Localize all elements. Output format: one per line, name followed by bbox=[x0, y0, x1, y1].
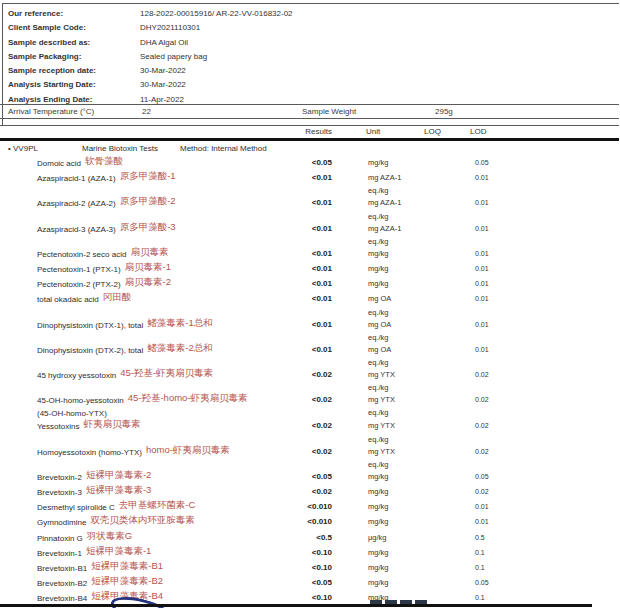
analyte-lod: 0.01 bbox=[470, 292, 520, 306]
analyte-lod: 0.01 bbox=[470, 196, 520, 210]
analyte-result: <0.05 bbox=[292, 576, 332, 590]
analyte-name-line2: (45-OH-homo-YTX) bbox=[37, 408, 292, 419]
analyte-name-cell: Pectenotoxin-2 (PTX-2)扇贝毒素-2 bbox=[37, 277, 292, 292]
analyte-name-chinese: 鳍藻毒素-2总和 bbox=[147, 342, 212, 353]
analyte-name-cell: Homoyessotoxin (homo-YTX)homo-虾夷扇贝毒素 bbox=[37, 445, 292, 460]
analyte-name-cell: Domoic acid软骨藻酸 bbox=[37, 156, 292, 171]
info-label: Analysis Starting Date: bbox=[8, 78, 140, 92]
info-row-described-as: Sample described as: DHA Algal Oil bbox=[8, 36, 614, 50]
analyte-row: Brevetoxin-2短裸甲藻毒素-2 <0.05 mg/kg 0.05 bbox=[0, 470, 620, 485]
analyte-name-chinese: 原多甲藻酸-2 bbox=[120, 195, 176, 206]
analyte-row: Azaspiracid-2 (AZA-2)原多甲藻酸-2 <0.01 mg AZ… bbox=[0, 196, 620, 221]
page-bottom-line bbox=[0, 604, 592, 607]
analyte-name-cell: Brevetoxin-2短裸甲藻毒素-2 bbox=[37, 470, 292, 485]
analyte-name-chinese: 短裸甲藻毒素-B1 bbox=[91, 560, 163, 571]
analyte-row: Dinophysistoxin (DTX-1), total鳍藻毒素-1总和 <… bbox=[0, 318, 620, 343]
analyte-name: Brevetoxin-1 bbox=[37, 549, 82, 558]
arrival-row: Arrival Temperature (°C) 22 Sample Weigh… bbox=[0, 105, 620, 118]
info-value: Sealed papery bag bbox=[140, 50, 207, 64]
analyte-name-chinese: 45-羟基-虾夷扇贝毒素 bbox=[120, 367, 213, 378]
info-label: Client Sample Code: bbox=[8, 21, 140, 35]
column-header-unit: Unit bbox=[366, 127, 380, 136]
analyte-unit: mg/kg bbox=[368, 262, 424, 276]
analyte-table: Domoic acid软骨藻酸 <0.05 mg/kg 0.05 Azaspir… bbox=[0, 156, 620, 607]
analyte-result: <0.02 bbox=[292, 419, 332, 433]
analyte-unit: mg/kg bbox=[368, 561, 424, 575]
analyte-name: Azaspiracid-1 (AZA-1) bbox=[37, 174, 116, 183]
analyte-result: <0.01 bbox=[292, 222, 332, 236]
analyte-unit: mg/kg bbox=[368, 156, 424, 170]
analyte-name: Pectenotoxin-1 (PTX-1) bbox=[37, 265, 121, 274]
analyte-name-cell: Dinophysistoxin (DTX-1), total鳍藻毒素-1总和 bbox=[37, 318, 292, 333]
analyte-result: <0.01 bbox=[292, 292, 332, 306]
analyte-name-cell: Pectenotoxin-2 seco acid扇贝毒素 bbox=[37, 247, 292, 262]
analyte-unit: mg AZA-1 eq./kg bbox=[368, 222, 424, 247]
analyte-result: <0.01 bbox=[292, 247, 332, 261]
arrival-temperature-value: 22 bbox=[142, 107, 151, 116]
analyte-name: Dinophysistoxin (DTX-1), total bbox=[37, 321, 143, 330]
analyte-row: Pinnatoxin G羽状毒素G <0.5 µg/kg 0.5 bbox=[0, 531, 620, 546]
analyte-unit: mg/kg bbox=[368, 470, 424, 484]
analyte-lod: 0.01 bbox=[470, 318, 520, 332]
analyte-name-chinese: 双壳贝类体内环亚胺毒素 bbox=[90, 514, 195, 525]
sample-weight-label: Sample Weight bbox=[302, 107, 356, 116]
analyte-name: Azaspiracid-3 (AZA-3) bbox=[37, 225, 116, 234]
analyte-lod: 0.1 bbox=[470, 561, 520, 575]
analyte-lod: 0.02 bbox=[470, 485, 520, 499]
analyte-row: Azaspiracid-1 (AZA-1)原多甲藻酸-1 <0.01 mg AZ… bbox=[0, 171, 620, 196]
arrival-row-bottom-line bbox=[0, 118, 619, 119]
analyte-name: total okadaic acid bbox=[37, 295, 99, 304]
analyte-name: Brevetoxin-B1 bbox=[37, 564, 87, 573]
analyte-name: 45-OH-homo-yessotoxin bbox=[37, 396, 124, 405]
analyte-name: Desmethyl spirolide C bbox=[37, 503, 115, 512]
analyte-lod: 0.05 bbox=[470, 576, 520, 590]
info-row-reference: Our reference: 128-2022-00015916/ AR-22-… bbox=[8, 7, 614, 21]
analyte-result: <0.02 bbox=[292, 393, 332, 407]
analyte-row: Pectenotoxin-1 (PTX-1)扇贝毒素-1 <0.01 mg/kg… bbox=[0, 262, 620, 277]
column-header-top-line bbox=[0, 125, 619, 126]
info-row-packaging: Sample Packaging: Sealed papery bag bbox=[8, 50, 614, 64]
analyte-unit: mg YTX eq./kg bbox=[368, 445, 424, 470]
info-row-client-code: Client Sample Code: DHY2021110301 bbox=[8, 21, 614, 35]
analyte-unit: mg/kg bbox=[368, 546, 424, 560]
analyte-result: <0.05 bbox=[292, 470, 332, 484]
analyte-unit: mg/kg bbox=[368, 500, 424, 514]
analyte-name-chinese: homo-虾夷扇贝毒素 bbox=[146, 444, 230, 455]
analyte-row: Dinophysistoxin (DTX-2), total鳍藻毒素-2总和 <… bbox=[0, 343, 620, 368]
info-label: Sample described as: bbox=[8, 36, 140, 50]
analyte-name: Gymnodimine bbox=[37, 518, 86, 527]
analyte-unit: mg OA eq./kg bbox=[368, 343, 424, 368]
analyte-unit: mg YTX eq./kg bbox=[368, 393, 424, 418]
analyte-name-chinese: 软骨藻酸 bbox=[85, 155, 123, 166]
arrival-temperature-label: Arrival Temperature (°C) bbox=[8, 107, 94, 116]
analyte-name-cell: Dinophysistoxin (DTX-2), total鳍藻毒素-2总和 bbox=[37, 343, 292, 358]
analyte-name: Brevetoxin-2 bbox=[37, 473, 82, 482]
section-name: Marine Biotoxin Tests bbox=[82, 144, 158, 153]
analyte-result: <0.01 bbox=[292, 343, 332, 357]
analyte-name-chinese: 扇贝毒素-1 bbox=[125, 261, 171, 272]
analyte-name: Brevetoxin-B2 bbox=[37, 579, 87, 588]
analyte-result: <0.5 bbox=[292, 531, 332, 545]
analyte-lod: 0.02 bbox=[470, 368, 520, 382]
analyte-name-cell: Pinnatoxin G羽状毒素G bbox=[37, 531, 292, 546]
analyte-unit: mg AZA-1 eq./kg bbox=[368, 171, 424, 196]
analyte-name-chinese: 原多甲藻酸-1 bbox=[120, 170, 176, 181]
analyte-name: Pectenotoxin-2 (PTX-2) bbox=[37, 280, 121, 289]
analyte-row: Homoyessotoxin (homo-YTX)homo-虾夷扇贝毒素 <0.… bbox=[0, 445, 620, 470]
analyte-name-cell: total okadaic acid冈田酸 bbox=[37, 292, 292, 307]
analyte-result: <0.01 bbox=[292, 277, 332, 291]
analyte-name-chinese: 45-羟基-homo-虾夷扇贝毒素 bbox=[128, 392, 248, 403]
top-border-line bbox=[2, 3, 619, 4]
analyte-name: Azaspiracid-2 (AZA-2) bbox=[37, 199, 116, 208]
analyte-result: <0.010 bbox=[292, 515, 332, 529]
analyte-row: Pectenotoxin-2 seco acid扇贝毒素 <0.01 mg/kg… bbox=[0, 247, 620, 262]
analyte-name-chinese: 短裸甲藻毒素-2 bbox=[86, 469, 151, 480]
analyte-result: <0.02 bbox=[292, 485, 332, 499]
analyte-result: <0.05 bbox=[292, 156, 332, 170]
analyte-unit: mg/kg bbox=[368, 485, 424, 499]
column-header-row: Results Unit LOQ LOD bbox=[0, 127, 620, 138]
info-value: DHA Algal Oil bbox=[140, 36, 188, 50]
analyte-name-cell: Brevetoxin-3短裸甲藻毒素-3 bbox=[37, 485, 292, 500]
analyte-name-cell: Brevetoxin-B2短裸甲藻毒素-B2 bbox=[37, 576, 292, 591]
analyte-result: <0.01 bbox=[292, 262, 332, 276]
